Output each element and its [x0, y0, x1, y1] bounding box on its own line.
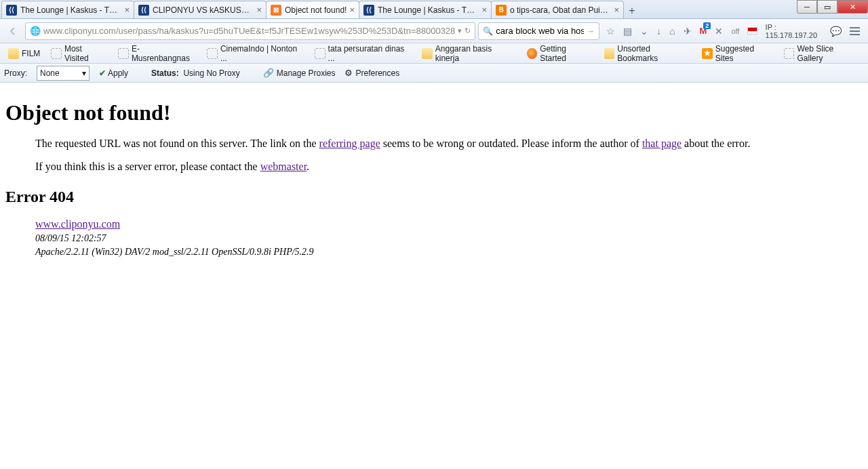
blogger-favicon: B: [496, 5, 507, 16]
search-input[interactable]: [496, 26, 584, 36]
preferences-button[interactable]: ⚙ Preferences: [344, 68, 399, 78]
sugg-icon: ★: [702, 48, 713, 59]
close-window-button[interactable]: ✕: [837, 0, 868, 14]
tab-close-button[interactable]: ×: [124, 5, 130, 15]
gmail-icon[interactable]: M2: [700, 26, 707, 36]
preferences-label: Preferences: [355, 68, 399, 78]
tab-2[interactable]: ⊠Object not found!×: [266, 1, 359, 18]
toolbar-icons: ☆ ▤ ⌄ ↓ ⌂ ✈ M2 ✕ off IP : 115.178.197.20…: [602, 23, 864, 39]
bookmark-item-5[interactable]: Anggaran basis kinerja: [418, 42, 519, 65]
bookmark-item-2[interactable]: E-Musrenbangnas: [114, 42, 200, 65]
generic-icon: [118, 48, 129, 59]
tab-title: Object not found!: [285, 5, 347, 15]
url-text: www.cliponyu.com/user/pass/ha/kaskus?u=d…: [43, 26, 455, 36]
tab-title: The Lounge | Kaskus - The ...: [378, 5, 479, 15]
timestamp: 08/09/15 12:02:57: [35, 233, 863, 244]
apply-label: Apply: [108, 68, 128, 78]
flag-icon: [747, 27, 757, 35]
gear-icon: ⚙: [344, 68, 353, 78]
proxy-apply-button[interactable]: ✔ Apply: [99, 68, 128, 78]
bookmark-item-9[interactable]: Web Slice Gallery: [780, 42, 864, 65]
tab-close-button[interactable]: ×: [481, 5, 487, 15]
search-go-button[interactable]: →: [587, 26, 595, 36]
tab-close-button[interactable]: ×: [256, 5, 262, 15]
bookmark-label: Web Slice Gallery: [797, 44, 860, 63]
gmail-badge: 2: [703, 22, 711, 29]
tab-close-button[interactable]: ×: [614, 5, 619, 15]
maximize-button[interactable]: ▭: [817, 0, 837, 14]
home-icon[interactable]: ⌂: [669, 26, 675, 37]
mv-icon: [51, 48, 62, 59]
error-paragraph-2: If you think this is a server error, ple…: [35, 161, 863, 173]
window-controls: ─ ▭ ✕: [797, 0, 868, 14]
menu-button[interactable]: [850, 27, 860, 35]
url-dropdown-icon[interactable]: ▾: [458, 26, 462, 35]
ff-icon: [527, 48, 538, 59]
minimize-button[interactable]: ─: [797, 0, 817, 14]
proxy-select[interactable]: None ▾: [37, 66, 90, 81]
new-tab-button[interactable]: +: [623, 3, 641, 18]
ip-off-label: off: [731, 27, 739, 35]
send-icon[interactable]: ✈: [684, 26, 692, 37]
proxy-label: Proxy:: [4, 68, 27, 78]
error-paragraph-1: The requested URL was not found on this …: [35, 138, 863, 150]
that-page-link[interactable]: that page: [642, 138, 682, 149]
pocket-icon[interactable]: ⌄: [640, 26, 648, 37]
bookmark-item-6[interactable]: Getting Started: [523, 42, 597, 65]
webmaster-link[interactable]: webmaster: [260, 161, 307, 172]
reload-button[interactable]: ↻: [465, 26, 471, 35]
bookmarks-bar: FILMMost VisitedE-MusrenbangnasCinemaInd…: [0, 43, 868, 64]
bookmark-star-icon[interactable]: ☆: [606, 26, 615, 37]
tab-3[interactable]: ⟨⟨The Lounge | Kaskus - The ...×: [359, 1, 492, 18]
bookmark-label: Anggaran basis kinerja: [435, 44, 516, 63]
download-icon[interactable]: ↓: [656, 26, 661, 37]
chevron-down-icon: ▾: [82, 68, 86, 78]
reader-icon[interactable]: ▤: [623, 26, 632, 37]
tab-0[interactable]: ⟨⟨The Lounge | Kaskus - The ...×: [1, 1, 134, 18]
ip-address: IP : 115.178.197.20: [766, 23, 822, 39]
chat-icon[interactable]: 💬: [830, 26, 842, 37]
error-code-heading: Error 404: [5, 188, 863, 206]
ci-icon: [207, 48, 218, 59]
bookmark-item-8[interactable]: ★Suggested Sites: [698, 42, 777, 65]
back-button[interactable]: [4, 22, 22, 41]
folder-icon: [8, 48, 19, 59]
bookmark-item-3[interactable]: CinemaIndo | Nonton ...: [203, 42, 308, 65]
folder-icon: [422, 48, 433, 59]
manage-proxies-label: Manage Proxies: [277, 68, 336, 78]
url-bar[interactable]: 🌐 www.cliponyu.com/user/pass/ha/kaskus?u…: [25, 22, 475, 40]
tab-4[interactable]: Bo tips-cara, Obat dan Puisi ...×: [491, 1, 624, 18]
bookmark-item-7[interactable]: Unsorted Bookmarks: [600, 42, 696, 65]
kaskus-favicon: ⟨⟨: [363, 5, 374, 16]
manage-proxies-button[interactable]: 🔗 Manage Proxies: [263, 68, 336, 78]
status-value: Using No Proxy: [183, 68, 239, 78]
tab-title: CLIPONYU VS kASKUSER | ...: [153, 5, 254, 15]
generic-icon: [315, 48, 326, 59]
tab-title: o tips-cara, Obat dan Puisi ...: [510, 5, 611, 15]
referring-page-link[interactable]: referring page: [319, 138, 380, 149]
proxy-value: None: [40, 68, 60, 78]
bookmark-item-1[interactable]: Most Visited: [47, 42, 111, 65]
bookmark-label: Unsorted Bookmarks: [617, 44, 691, 63]
kaskus-favicon: ⟨⟨: [6, 5, 17, 16]
search-icon: 🔍: [483, 26, 493, 36]
status-label: Status:: [151, 68, 179, 78]
bookmark-label: tata persuratan dinas ...: [328, 44, 412, 63]
nav-toolbar: 🌐 www.cliponyu.com/user/pass/ha/kaskus?u…: [0, 19, 868, 43]
bookmark-item-4[interactable]: tata persuratan dinas ...: [311, 42, 415, 65]
globe-icon: 🌐: [30, 26, 41, 36]
search-bar[interactable]: 🔍 →: [478, 22, 599, 40]
page-content: Object not found! The requested URL was …: [0, 83, 868, 267]
bookmark-item-0[interactable]: FILM: [4, 46, 44, 61]
tab-strip: ⟨⟨The Lounge | Kaskus - The ...×⟨⟨CLIPON…: [0, 0, 868, 19]
server-signature: Apache/2.2.11 (Win32) DAV/2 mod_ssl/2.2.…: [35, 247, 863, 258]
page-heading: Object not found!: [5, 100, 863, 125]
bookmark-label: FILM: [22, 49, 40, 58]
tab-1[interactable]: ⟨⟨CLIPONYU VS kASKUSER | ...×: [134, 1, 267, 18]
xampp-favicon: ⊠: [271, 5, 281, 16]
folder-icon: [604, 48, 615, 59]
tab-close-button[interactable]: ×: [349, 5, 355, 15]
host-link[interactable]: www.cliponyu.com: [35, 218, 120, 230]
noscript-icon[interactable]: ✕: [715, 26, 723, 37]
arrow-left-icon: [7, 26, 18, 37]
